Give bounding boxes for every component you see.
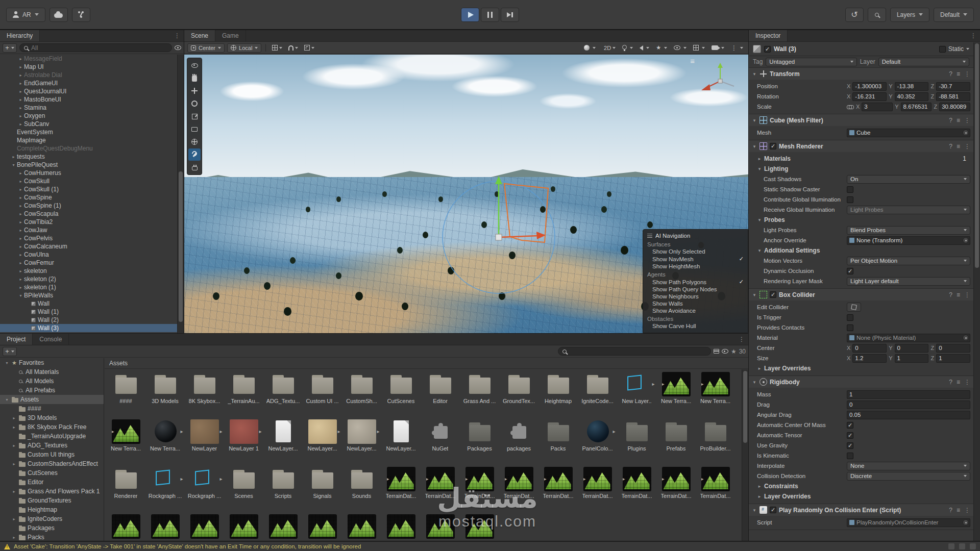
hierarchy-item[interactable]: ▸ skeleton — [0, 267, 177, 275]
presets-icon[interactable]: ≡ — [957, 292, 960, 298]
asset-item[interactable]: New Terra... — [106, 417, 145, 464]
asset-item[interactable]: NewLayer... — [303, 417, 342, 464]
component-menu-icon[interactable]: ⋮ — [964, 143, 970, 149]
asset-item[interactable]: GroundTex... — [499, 369, 538, 417]
asset-item[interactable]: NewLayer 1 — [224, 417, 263, 464]
object-field[interactable]: None (Physic Material) — [847, 334, 970, 342]
hierarchy-item[interactable]: ▸ MastoBoneUI — [0, 95, 177, 104]
expand-arrow[interactable]: ▸ — [11, 535, 17, 540]
status-message[interactable]: Asset 'Cake': Transition 'AnyState -> Ta… — [14, 543, 361, 549]
y-field[interactable]: 0 — [895, 344, 929, 353]
dropdown[interactable]: Light Probes — [847, 206, 970, 214]
component-header[interactable]: ▾ Mesh Renderer ? ≡ ⋮ — [749, 140, 973, 152]
hierarchy-item[interactable]: ▸ CowSkull — [0, 177, 177, 185]
presets-icon[interactable]: ≡ — [957, 117, 960, 123]
hierarchy-item[interactable]: ▸ testquests — [0, 153, 177, 161]
rect-tool-button[interactable] — [188, 123, 201, 135]
asset-item[interactable]: TerrainDat... — [106, 512, 145, 541]
hierarchy-item[interactable]: ▸ skeleton (2) — [0, 275, 177, 283]
tab-game[interactable]: Game — [215, 30, 246, 41]
nav-toggle-item[interactable]: Show Only Selected — [643, 248, 748, 255]
expand-arrow[interactable]: ▸ — [17, 253, 24, 257]
expand-arrow[interactable]: ▸ — [11, 425, 17, 430]
y-field[interactable]: 8.676531 — [901, 103, 932, 111]
asset-item[interactable]: Packages — [460, 417, 499, 464]
tab-scene[interactable]: Scene — [184, 30, 215, 41]
component-header[interactable]: ▾ Rigidbody ? ≡ ⋮ — [749, 376, 973, 388]
expand-arrow[interactable]: ▸ — [17, 269, 24, 273]
asset-item[interactable]: TerrainDat... — [460, 464, 499, 512]
layer-dropdown[interactable]: Default — [878, 58, 969, 66]
nav-toggle-item[interactable]: Show Path Polygons — [643, 278, 748, 286]
asset-item[interactable]: Editor — [421, 369, 460, 417]
asset-item[interactable]: New Layer.. — [617, 369, 656, 417]
status-bar[interactable]: Asset 'Cake': Transition 'AnyState -> Ta… — [0, 541, 980, 551]
asset-item[interactable]: TerrainDat... — [185, 512, 224, 541]
presets-icon[interactable]: ≡ — [957, 379, 960, 385]
hierarchy-item[interactable]: ▸ CowUlna — [0, 251, 177, 259]
inspector-scrollbar[interactable] — [973, 42, 980, 541]
z-field[interactable]: -30.7 — [936, 82, 970, 91]
tab-hierarchy[interactable]: Hierarchy — [0, 30, 40, 41]
presets-icon[interactable]: ≡ — [957, 71, 960, 77]
asset-item[interactable]: NuGet — [421, 417, 460, 464]
package-filter-icon[interactable] — [714, 349, 719, 354]
folder-tree-item[interactable]: GroundTextures — [0, 496, 104, 505]
expand-arrow[interactable]: ▾ — [17, 293, 24, 298]
version-control-button[interactable] — [72, 8, 90, 22]
foldout-arrow[interactable]: ▾ — [752, 71, 757, 77]
help-icon[interactable]: ? — [949, 143, 952, 149]
hierarchy-item[interactable]: ▸ CowSpine (1) — [0, 202, 177, 210]
expand-arrow[interactable]: ▸ — [17, 179, 24, 184]
z-field[interactable]: 1 — [936, 354, 970, 363]
active-checkbox[interactable] — [764, 46, 771, 53]
transform-tool-button[interactable] — [188, 136, 201, 148]
component-header[interactable]: ▾ Cube (Mesh Filter) ? ≡ ⋮ — [749, 114, 973, 126]
asset-item[interactable]: TerrainDat... — [224, 512, 263, 541]
tag-dropdown[interactable]: Untagged — [766, 58, 856, 66]
expand-arrow[interactable]: ▸ — [17, 212, 24, 216]
hierarchy-item[interactable]: ▸ Map UI — [0, 63, 177, 71]
folder-tree-item[interactable]: ▾ Assets — [0, 395, 104, 404]
checkbox[interactable] — [847, 186, 853, 193]
asset-item[interactable]: #### — [106, 369, 145, 417]
asset-item[interactable]: ADG_Textu... — [263, 369, 303, 417]
folder-tree-item[interactable]: ▸ Grass And Flowers Pack 1 — [0, 487, 104, 496]
hierarchy-item[interactable]: ▸ CowPelvis — [0, 234, 177, 242]
asset-item[interactable]: TerrainDat... — [263, 512, 303, 541]
y-field[interactable]: 40.352 — [895, 92, 929, 101]
checkbox[interactable] — [847, 324, 853, 331]
asset-item[interactable]: _TerrainAu... — [224, 369, 263, 417]
z-field[interactable]: 30.80089 — [939, 103, 970, 111]
asset-item[interactable]: TerrainDat... — [145, 512, 185, 541]
hierarchy-item[interactable]: Wall — [0, 299, 177, 308]
checkbox[interactable] — [847, 442, 853, 449]
materials-row[interactable]: ▸ Materials 1 — [751, 154, 970, 164]
folder-tree-item[interactable]: ▸ ADG_Textures — [0, 441, 104, 450]
nav-toggle-item[interactable]: Show Avoidance — [643, 307, 748, 314]
presets-icon[interactable]: ≡ — [957, 143, 960, 149]
create-asset-button[interactable]: + — [3, 347, 17, 356]
breadcrumb[interactable]: Assets — [105, 358, 748, 369]
edit-collider-button[interactable] — [847, 303, 861, 312]
asset-item[interactable]: CutScenes — [381, 369, 421, 417]
nav-toggle-item[interactable]: Show Walls — [643, 300, 748, 307]
component-enabled-checkbox[interactable] — [770, 291, 776, 298]
pivot-mode-dropdown[interactable]: Center — [187, 43, 225, 53]
folder-tree-item[interactable]: All Materials — [0, 367, 104, 377]
project-menu-icon[interactable]: ⋮ — [739, 336, 745, 342]
presets-icon[interactable]: ≡ — [957, 507, 960, 513]
assets-scrollbar[interactable] — [742, 369, 748, 541]
expand-arrow[interactable]: ▸ — [11, 416, 17, 420]
foldout-row[interactable]: ▸ Layer Overrides — [751, 491, 970, 502]
asset-item[interactable]: TerrainDat... — [342, 512, 381, 541]
scrollbar-thumb[interactable] — [743, 371, 747, 443]
hierarchy-scrollbar[interactable] — [177, 55, 184, 333]
z-field[interactable]: 0 — [936, 344, 970, 353]
play-button[interactable] — [461, 8, 479, 22]
foldout-arrow[interactable]: ▾ — [752, 292, 757, 297]
number-field[interactable]: 0 — [847, 400, 970, 409]
asset-item[interactable]: Signals — [303, 464, 342, 512]
expand-arrow[interactable]: ▸ — [17, 65, 24, 69]
folder-tree-item[interactable]: Packages — [0, 523, 104, 533]
